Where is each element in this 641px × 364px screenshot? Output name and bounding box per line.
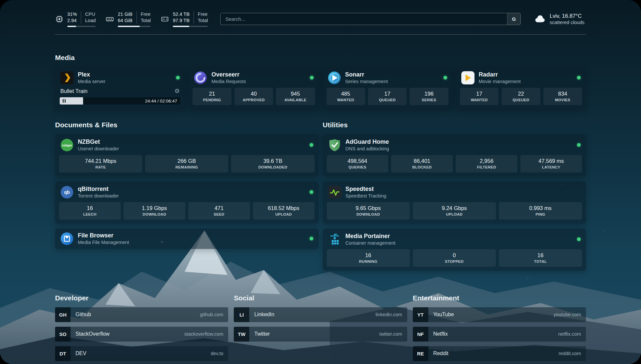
stat-box: 618.52 Mbps UPLOAD [253,202,315,220]
stat-box: 834 MOVIES [543,88,582,105]
cpu-usage-bar [67,26,96,27]
adguard-icon [328,138,341,152]
bookmark-group-social: Social LI LinkedIn linkedin.com TW Twitt… [234,294,407,364]
stat-box: 39.6 TB DOWNLOADED [231,155,314,172]
bookmark-youtube[interactable]: YT YouTube youtube.com [413,307,586,322]
app-card-adguard[interactable]: AdGuard Home DNS and adblocking 498,564 … [323,134,586,176]
speedtest-icon [328,186,341,199]
filebrowser-icon [60,232,74,245]
status-dot-online [310,143,313,147]
documents-section: Documents & Files nzbget NZBGet Usenet d [55,121,319,276]
portainer-icon [328,233,341,246]
stat-box: 266 GB REMAINING [145,155,228,172]
disk-widget: 52.4 TB 97.9 TB Free Total [161,11,208,27]
memory-usage-bar [118,26,151,27]
plex-progress-bar[interactable]: 24:44 / 02:06:47 [60,97,180,105]
playback-time: 24:44 / 02:06:47 [145,98,177,103]
app-subtitle: Movie management [479,79,521,84]
stat-box: 0.993 ms PING [499,202,582,220]
cpu-load-label: Load [85,17,96,24]
search-bar[interactable]: G [220,13,521,25]
search-input[interactable] [221,13,507,25]
app-card-sonarr[interactable]: Sonarr Series management 485 WANTED 17 Q… [322,67,452,109]
stat-box: 485 WANTED [326,88,365,105]
app-card-speedtest[interactable]: Speedtest Speedtest Tracking 9.65 Gbps D… [323,181,586,224]
app-card-portainer[interactable]: Media Portainer Container management 16 … [323,228,586,271]
reddit-badge: RE [413,346,428,361]
disk-total: 97.9 TB [173,17,190,24]
section-title-social: Social [234,294,407,302]
app-subtitle: DNS and adblocking [346,146,389,151]
app-name: Sonarr [345,71,388,78]
bookmark-github[interactable]: GH Github github.com [55,307,228,322]
section-title-developer: Developer [55,294,228,302]
disk-free: 52.4 TB [173,11,190,17]
app-name: qBittorrent [78,186,119,193]
disk-total-label: Total [198,17,208,24]
twitter-badge: TW [234,327,249,342]
stackoverflow-badge: SO [55,327,71,342]
bookmark-linkedin[interactable]: LI LinkedIn linkedin.com [234,307,407,322]
stat-box: 22 QUEUED [502,88,540,105]
overseerr-icon [194,71,207,84]
cpu-percent: 31% [67,11,77,17]
bookmark-stackoverflow[interactable]: SO StackOverflow stackoverflow.com [55,327,228,342]
bookmark-reddit[interactable]: RE Reddit reddit.com [413,346,586,361]
weather-widget: Lviv, 16.87°C scattered clouds [533,13,586,25]
plex-icon [60,71,74,84]
nzbget-icon: nzbget [60,138,74,152]
stat-box: 196 SERIES [410,88,448,105]
weather-location: Lviv, 16.87°C [550,13,585,19]
memory-icon [106,15,114,23]
app-card-plex[interactable]: Plex Media server Bullet Train ⚙ 24:44 /… [55,67,185,109]
app-name: Plex [78,71,106,78]
app-card-qbittorrent[interactable]: qb qBittorrent Torrent downloader 16 LEE… [55,181,319,224]
stat-box: 86,401 BLOCKED [391,155,453,172]
app-name: AdGuard Home [346,138,389,146]
app-subtitle: Series management [345,79,388,84]
status-dot-online [310,76,314,79]
stat-box: 2,956 FILTERED [456,155,517,172]
memory-widget: 21 GiB 64 GiB Free Total [106,11,151,27]
stat-box: 17 WANTED [460,88,499,105]
app-name: Overseerr [211,71,246,78]
status-dot-online [443,76,447,79]
stat-box: 9.24 Gbps UPLOAD [413,202,496,220]
bookmark-netflix[interactable]: NF Netflix netflix.com [413,327,586,342]
app-subtitle: Media server [78,79,106,84]
stat-box: 1.19 Gbps DOWNLOAD [124,202,185,220]
app-card-radarr[interactable]: Radarr Movie management 17 WANTED 22 QUE… [456,67,586,109]
status-dot-online [577,237,581,241]
app-card-filebrowser[interactable]: File Browser Media File Management [55,228,319,249]
app-card-overseerr[interactable]: Overseerr Media Requests 21 PENDING 40 A… [189,67,319,109]
status-dot-online [577,76,581,79]
memory-total: 64 GiB [118,17,132,24]
dashboard-screen: 31% 2.94 CPU Load [0,0,641,364]
stat-box: 21 PENDING [193,88,231,105]
stat-box: 0 STOPPED [413,249,496,267]
app-card-nzbget[interactable]: nzbget NZBGet Usenet downloader 744.21 M… [55,134,319,176]
pause-icon[interactable] [63,99,66,103]
cpu-label: CPU [85,11,96,17]
stat-box: 16 RUNNING [327,249,410,267]
youtube-badge: YT [413,307,428,322]
search-engine-button[interactable]: G [507,13,520,25]
snow-particles [0,0,1,1]
status-dot-online [310,237,313,240]
status-dot-online [577,143,581,147]
bookmark-dev[interactable]: DT DEV dev.to [55,346,228,361]
app-subtitle: Usenet downloader [78,146,119,151]
status-dot-online [176,76,180,79]
app-name: Media Portainer [346,233,396,240]
settings-gear-icon[interactable]: ⚙ [174,88,180,94]
stat-box: 471 SEED [188,202,250,220]
system-stats: 31% 2.94 CPU Load [55,11,208,27]
cpu-load: 2.94 [67,17,77,24]
memory-free-label: Free [141,11,151,17]
bookmark-twitter[interactable]: TW Twitter twitter.com [234,327,407,342]
github-badge: GH [55,307,71,322]
topbar-divider [55,34,586,35]
stat-box: 40 APPROVED [234,88,273,105]
radarr-icon [461,71,474,84]
dev-badge: DT [55,346,71,361]
